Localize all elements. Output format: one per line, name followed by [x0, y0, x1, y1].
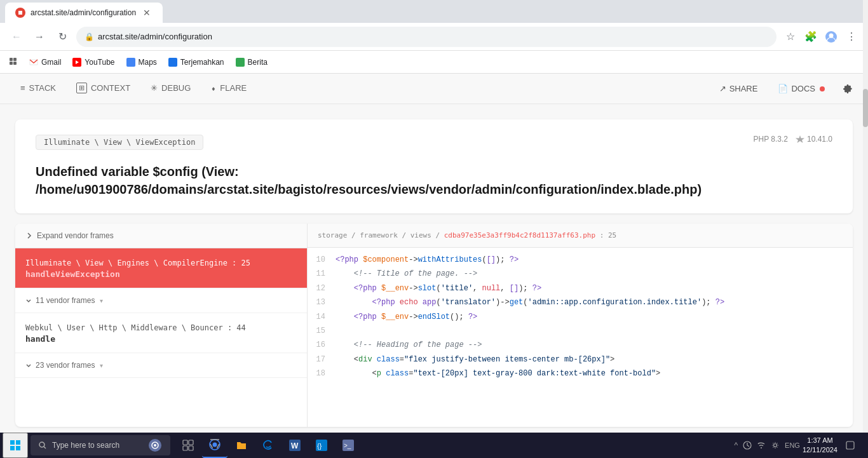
- flare-icon: ⬧: [211, 83, 216, 93]
- taskbar-edge[interactable]: [255, 433, 281, 458]
- stack-icon: ≡: [20, 83, 25, 93]
- chevron-down-icon: ▾: [100, 297, 103, 304]
- svg-rect-10: [10, 446, 15, 450]
- taskbar-file-explorer[interactable]: [229, 433, 254, 458]
- taskbar-terminal[interactable]: >_: [336, 433, 361, 458]
- svg-text:{}: {}: [317, 442, 322, 450]
- tab-title: arcstat.site/admin/configuration: [31, 8, 136, 17]
- frame-item-2[interactable]: Webkul \ User \ Http \ Middleware \ Boun…: [15, 313, 307, 353]
- code-line-18: 18 <p class="text-[20px] text-gray-800 d…: [308, 367, 853, 381]
- svg-point-21: [213, 443, 217, 447]
- svg-rect-16: [183, 440, 187, 445]
- toolbar-context[interactable]: ⊞ CONTEXT: [66, 74, 140, 104]
- profile-button[interactable]: [822, 28, 840, 46]
- code-panel: storage / framework / views / cdba97e35e…: [308, 224, 853, 427]
- notification-button[interactable]: [840, 435, 860, 455]
- taskbar-search-placeholder: Type here to search: [52, 441, 119, 450]
- php-version: PHP 8.3.2: [753, 135, 787, 144]
- extensions-button[interactable]: 🧩: [802, 28, 820, 46]
- svg-rect-19: [189, 446, 193, 450]
- toolbar-debug[interactable]: ✳ DEBUG: [140, 74, 201, 104]
- svg-text:W: W: [291, 441, 299, 450]
- taskbar-right: ^ ENG 1:37 AM 12/11/2024: [729, 435, 865, 455]
- translate-favicon: [168, 58, 177, 67]
- code-line-17: 17 <div class="flex justify-between item…: [308, 353, 853, 367]
- berita-favicon: [236, 58, 245, 67]
- svg-rect-4: [10, 62, 13, 65]
- back-button[interactable]: ←: [8, 28, 25, 46]
- taskbar-time-value: 1:37 AM: [803, 436, 837, 445]
- svg-rect-6: [29, 58, 38, 67]
- start-button[interactable]: [3, 433, 28, 458]
- system-tray: ^ ENG: [734, 441, 799, 450]
- exception-class: Illuminate \ View \ ViewException: [36, 135, 203, 150]
- docs-label: DOCS: [791, 84, 815, 93]
- vendor-frames-group-1[interactable]: 11 vendor frames ▾: [15, 288, 307, 313]
- taskbar-apps: W {} >_: [175, 433, 361, 458]
- frame-item-active[interactable]: Illuminate \ View \ Engines \ CompilerEn…: [15, 248, 307, 288]
- taskbar-chrome[interactable]: [202, 433, 227, 458]
- toolbar-stack[interactable]: ≡ STACK: [10, 74, 66, 104]
- bookmark-gmail[interactable]: Gmail: [24, 55, 66, 69]
- toolbar-flare[interactable]: ⬧ FLARE: [201, 74, 257, 104]
- svg-rect-5: [13, 62, 17, 65]
- svg-point-30: [774, 444, 777, 447]
- active-tab[interactable]: arcstat.site/admin/configuration ✕: [5, 3, 163, 23]
- code-line-16: 16 <!-- Heading of the page -->: [308, 338, 853, 352]
- apps-button[interactable]: [5, 53, 23, 71]
- gmail-favicon: [29, 58, 38, 67]
- debug-icon: ✳: [151, 83, 158, 93]
- lang-label: ENG: [785, 441, 800, 449]
- chevron-down-icon-2: ▾: [100, 362, 103, 369]
- debug-label: DEBUG: [161, 83, 191, 93]
- bookmark-berita-label: Berita: [248, 58, 268, 67]
- svg-text:>_: >_: [344, 442, 351, 449]
- bookmark-button[interactable]: ☆: [782, 28, 799, 46]
- settings-button[interactable]: [837, 79, 858, 99]
- menu-button[interactable]: ⋮: [843, 28, 860, 46]
- tab-close-button[interactable]: ✕: [141, 7, 153, 18]
- context-label: CONTEXT: [91, 83, 130, 93]
- expand-vendor-button[interactable]: Expand vendor frames: [15, 224, 307, 248]
- ignition-toolbar: ≡ STACK ⊞ CONTEXT ✳ DEBUG ⬧ FLARE ↗ SHAR…: [0, 74, 868, 104]
- docs-button[interactable]: 📄 DOCS: [770, 80, 832, 97]
- taskbar-clock[interactable]: 1:37 AM 12/11/2024: [803, 436, 837, 455]
- ignition-version: 10.41.0: [796, 135, 832, 144]
- docs-icon: 📄: [778, 84, 788, 93]
- address-bar[interactable]: 🔒 arcstat.site/admin/configuration: [76, 27, 776, 47]
- vendor-frames-group-2[interactable]: 23 vendor frames ▾: [15, 353, 307, 378]
- flare-label: FLARE: [220, 83, 247, 93]
- bookmark-gmail-label: Gmail: [41, 58, 61, 67]
- frame-class-2: Webkul \ User \ Http \ Middleware \ Boun…: [25, 322, 297, 334]
- svg-rect-11: [16, 446, 20, 450]
- code-line-15: 15: [308, 324, 853, 338]
- bookmark-maps[interactable]: Maps: [121, 55, 162, 69]
- share-icon: ↗: [719, 84, 726, 93]
- code-line-14: 14 <?php $__env->endSlot(); ?>: [308, 310, 853, 324]
- reload-button[interactable]: ↻: [53, 28, 71, 46]
- code-line-12: 12 <?php $__env->slot('title', null, [])…: [308, 281, 853, 295]
- taskbar-word[interactable]: W: [282, 433, 308, 458]
- taskbar-search[interactable]: Type here to search: [31, 435, 170, 455]
- share-button[interactable]: ↗ SHARE: [712, 80, 766, 97]
- code-line-10: 10 <?php $component->withAttributes([]);…: [308, 253, 853, 267]
- context-icon: ⊞: [76, 83, 87, 93]
- task-view-button[interactable]: [175, 433, 201, 458]
- frame-method-active: handleViewException: [25, 269, 297, 279]
- taskbar-vscode[interactable]: {}: [309, 433, 334, 458]
- code-content: 10 <?php $component->withAttributes([]);…: [308, 248, 853, 427]
- svg-point-29: [761, 447, 762, 448]
- bookmark-translate[interactable]: Terjemahkan: [163, 55, 229, 69]
- svg-rect-3: [13, 58, 17, 61]
- code-line-13: 13 <?php echo app('translator')->get('ad…: [308, 295, 853, 309]
- bookmark-youtube-label: YouTube: [85, 58, 114, 67]
- docs-notification-dot: [820, 86, 825, 91]
- youtube-favicon: [72, 58, 81, 67]
- bookmark-berita[interactable]: Berita: [231, 55, 273, 69]
- bookmark-youtube[interactable]: YouTube: [67, 55, 119, 69]
- vendor-frames-label-1: 11 vendor frames: [36, 296, 95, 305]
- code-line-11: 11 <!-- Title of the page. -->: [308, 267, 853, 281]
- frame-method-2: handle: [25, 334, 297, 344]
- system-tray-arrow[interactable]: ^: [734, 441, 738, 450]
- forward-button[interactable]: →: [31, 28, 48, 46]
